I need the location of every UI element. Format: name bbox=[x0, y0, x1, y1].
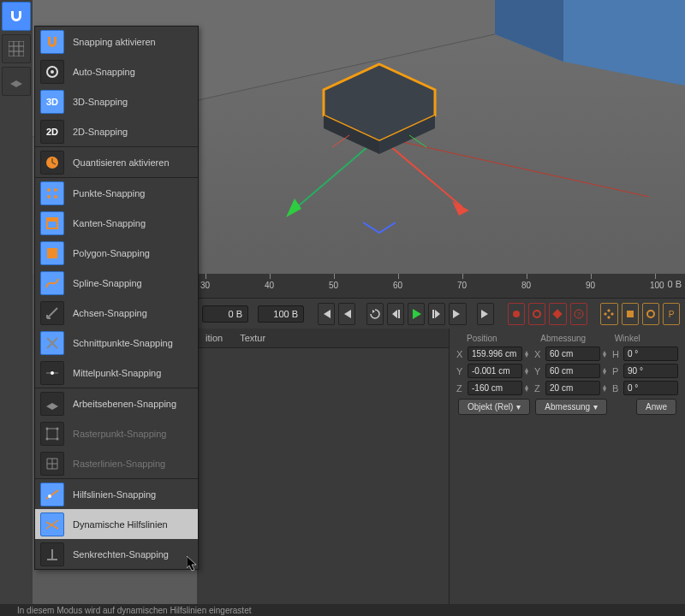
rot-axis-label: H bbox=[612, 349, 621, 359]
svg-point-17 bbox=[51, 70, 54, 74]
play-button[interactable] bbox=[408, 303, 425, 325]
svg-point-39 bbox=[647, 311, 654, 317]
gridl-icon bbox=[40, 452, 64, 476]
header-size: Abmessung bbox=[530, 334, 604, 343]
spinner-icon[interactable]: ▴▾ bbox=[525, 368, 532, 375]
svg-text:3D: 3D bbox=[46, 97, 58, 107]
chevron-down-icon: ▾ bbox=[516, 402, 521, 412]
snap-menu-item-axis[interactable]: Achsen-Snapping bbox=[35, 298, 198, 328]
svg-rect-38 bbox=[627, 311, 634, 317]
size-field[interactable]: 20 cm bbox=[545, 381, 600, 395]
position-field[interactable]: 159.996 cm bbox=[468, 346, 522, 361]
snap-menu-item-gridl[interactable]: Rasterlinien-Snapping bbox=[35, 448, 198, 478]
gridp-icon bbox=[40, 422, 64, 446]
svg-rect-26 bbox=[47, 248, 57, 258]
rotation-field[interactable]: 0 ° bbox=[623, 346, 678, 361]
spinner-icon[interactable]: ▴▾ bbox=[525, 351, 532, 358]
record-button[interactable] bbox=[508, 303, 525, 325]
step-fwd-button[interactable] bbox=[428, 303, 445, 325]
menu-item-label: 2D-Snapping bbox=[73, 127, 128, 137]
frame-in-field[interactable]: 0 B bbox=[202, 305, 248, 323]
tab-partial-ition[interactable]: ition bbox=[206, 333, 223, 343]
coord-row-X: X159.996 cm▴▾X60 cm▴▾H0 ° bbox=[456, 346, 678, 361]
frame-out-field[interactable]: 100 B bbox=[258, 305, 304, 323]
snap-menu-item-3d[interactable]: 3D3D-Snapping bbox=[35, 86, 198, 116]
snap-mode-button[interactable] bbox=[2, 2, 31, 31]
3d-icon: 3D bbox=[40, 90, 64, 114]
tab-textur[interactable]: Textur bbox=[240, 333, 265, 343]
snap-menu-item-spline[interactable]: Spline-Snapping bbox=[35, 268, 198, 298]
cursor-icon bbox=[187, 556, 199, 572]
snap-menu-item-magnet[interactable]: Snapping aktivieren bbox=[35, 27, 198, 56]
spinner-icon[interactable]: ▴▾ bbox=[603, 368, 610, 375]
next-key-button[interactable] bbox=[449, 303, 466, 325]
snap-menu-item-dots[interactable]: Punkte-Snapping bbox=[35, 178, 198, 208]
spinner-icon[interactable]: ▴▾ bbox=[603, 351, 610, 358]
snap-menu-item-mid[interactable]: Mittelpunkt-Snapping bbox=[35, 358, 198, 388]
menu-item-label: Quantisieren aktivieren bbox=[73, 157, 170, 168]
goto-start-button[interactable] bbox=[318, 303, 335, 325]
status-text: In diesem Modus wird auf dynamischen Hil… bbox=[17, 606, 251, 615]
magnet-icon bbox=[40, 30, 64, 54]
size-mode-dropdown[interactable]: Abmessung▾ bbox=[535, 399, 607, 415]
menu-item-label: Arbeitsebenen-Snapping bbox=[73, 399, 176, 409]
snap-menu-item-2d[interactable]: 2D2D-Snapping bbox=[35, 116, 198, 146]
grid-toggle-button[interactable] bbox=[2, 34, 31, 63]
snap-menu-item-edge[interactable]: Kanten-Snapping bbox=[35, 208, 198, 238]
svg-marker-5 bbox=[452, 201, 469, 216]
snap-menu-item-gridp[interactable]: Rasterpunkt-Snapping bbox=[35, 418, 198, 448]
menu-item-label: Mittelpunkt-Snapping bbox=[73, 368, 161, 378]
clock-icon bbox=[40, 151, 64, 175]
rotation-field[interactable]: 90 ° bbox=[623, 364, 678, 378]
spinner-icon[interactable]: ▴▾ bbox=[603, 385, 610, 392]
size-field[interactable]: 60 cm bbox=[545, 364, 600, 378]
apply-button[interactable]: Anwe bbox=[636, 399, 676, 415]
axis-label: Y bbox=[456, 366, 465, 376]
step-back-button[interactable] bbox=[387, 303, 404, 325]
snap-menu-item-cross[interactable]: Schnittpunkte-Snapping bbox=[35, 328, 198, 358]
snap-menu-item-poly[interactable]: Polygon-Snapping bbox=[35, 238, 198, 268]
snap-menu-item-plane[interactable]: Arbeitsebenen-Snapping bbox=[35, 388, 198, 418]
rotation-field[interactable]: 0 ° bbox=[623, 381, 678, 395]
2d-icon: 2D bbox=[40, 120, 64, 144]
snap-menu-item-guide[interactable]: Hilfslinien-Snapping bbox=[35, 479, 198, 509]
position-field[interactable]: -160 cm bbox=[468, 381, 522, 395]
svg-marker-8 bbox=[286, 198, 301, 217]
menu-item-label: Rasterlinien-Snapping bbox=[73, 459, 165, 469]
loop-button[interactable] bbox=[366, 303, 384, 325]
svg-rect-25 bbox=[47, 218, 57, 222]
timeline-ruler[interactable]: 0 B 30405060708090100 bbox=[197, 274, 685, 299]
rotate-rec-button[interactable] bbox=[642, 303, 659, 325]
move-rec-button[interactable] bbox=[600, 303, 617, 325]
position-field[interactable]: -0.001 cm bbox=[468, 364, 522, 378]
goto-end-button[interactable] bbox=[477, 303, 494, 325]
snap-menu-item-dyn[interactable]: Dynamische Hilfslinien bbox=[35, 509, 198, 539]
cross-icon bbox=[40, 331, 64, 355]
param-rec-button[interactable]: P bbox=[663, 303, 680, 325]
coord-mode-dropdown[interactable]: Objekt (Rel)▾ bbox=[458, 399, 530, 415]
workplane-button[interactable] bbox=[2, 67, 31, 96]
snap-menu-item-perp[interactable]: Senkrechten-Snapping bbox=[35, 539, 198, 569]
frame-end-label: 0 B bbox=[667, 279, 682, 289]
prev-key-button[interactable] bbox=[338, 303, 355, 325]
size-field[interactable]: 60 cm bbox=[545, 346, 600, 361]
svg-marker-2 bbox=[495, 0, 563, 62]
key-options-button[interactable] bbox=[549, 303, 566, 325]
snap-menu-item-clock[interactable]: Quantisieren aktivieren bbox=[35, 147, 198, 177]
lower-panels: ition Textur Position Abmessung Winkel X… bbox=[197, 329, 685, 606]
snap-menu-item-auto[interactable]: Auto-Snapping bbox=[35, 56, 198, 86]
spinner-icon[interactable]: ▴▾ bbox=[525, 385, 532, 392]
svg-text:2D: 2D bbox=[46, 127, 58, 137]
object-manager-panel[interactable]: ition Textur bbox=[197, 329, 450, 606]
key-help-button[interactable]: ? bbox=[570, 303, 587, 325]
auto-icon bbox=[40, 60, 64, 84]
svg-line-7 bbox=[291, 137, 379, 212]
plane-icon bbox=[40, 392, 64, 416]
svg-line-4 bbox=[379, 137, 649, 197]
autokey-button[interactable] bbox=[528, 303, 545, 325]
rot-axis-label: B bbox=[612, 383, 621, 394]
axis-label: X bbox=[456, 349, 465, 359]
svg-line-15 bbox=[332, 135, 349, 147]
coordinates-panel: Position Abmessung Winkel X159.996 cm▴▾X… bbox=[450, 329, 685, 606]
scale-rec-button[interactable] bbox=[622, 303, 639, 325]
